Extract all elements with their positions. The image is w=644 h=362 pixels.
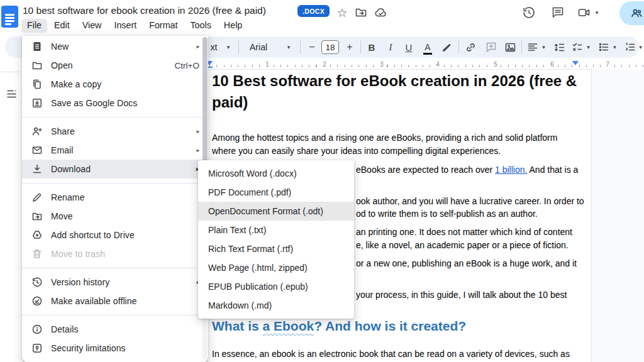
increase-font-size-button[interactable]: + [343, 36, 356, 58]
google-docs-logo[interactable] [1, 6, 18, 28]
doc-fragment-6: or a new one, publishing an eBook is a h… [356, 257, 577, 270]
download-item-docx[interactable]: Microsoft Word (.docx) [198, 164, 354, 183]
submenu-arrow-icon: ► [196, 44, 201, 50]
doc-title-heading: 10 Best software for eBook creation in 2… [212, 70, 582, 113]
image-icon [504, 41, 516, 53]
text-color-button[interactable]: A [420, 36, 435, 58]
open-comments-button[interactable] [550, 4, 566, 21]
doc-paragraph-last: In essence, an ebook is an electronic bo… [212, 348, 570, 361]
download-item-html[interactable]: Web Page (.html, zipped) [198, 258, 354, 277]
download-item-md[interactable]: Markdown (.md) [198, 296, 354, 315]
file-menu-item-make-available-offline[interactable]: Make available offline [22, 292, 208, 310]
bulleted-list-button[interactable] [596, 36, 611, 58]
file-menu-item-open[interactable]: Open Ctrl+O [22, 56, 208, 75]
grammar-suggestion-underline[interactable]: a Ebook [263, 319, 314, 333]
download-item-epub[interactable]: EPUB Publication (.epub) [198, 277, 354, 296]
star-button[interactable]: ☆ [334, 4, 350, 21]
top-bar: 10 best software for ebook creation in 2… [0, 0, 644, 36]
checklist-caret[interactable]: ▾ [584, 36, 592, 58]
menu-scrollbar-thumb[interactable] [203, 37, 208, 177]
menu-bar: File Edit View Insert Format Tools Help [21, 19, 248, 33]
document-outline-button[interactable] [6, 88, 19, 102]
text-color-icon: A [425, 42, 430, 52]
font-family-caret[interactable]: ▾ [284, 36, 293, 58]
chevron-down-icon: ▾ [596, 9, 599, 16]
right-indent-marker[interactable] [572, 61, 579, 65]
download-icon [31, 163, 43, 175]
doc-fragment-1: eBooks are expected to reach over 1 bill… [356, 163, 578, 177]
menu-file[interactable]: File [21, 19, 47, 33]
file-menu-item-details[interactable]: Details [22, 320, 208, 339]
file-menu-item-save-as-google-docs[interactable]: Save as Google Docs [22, 94, 208, 112]
insert-link-button[interactable] [462, 36, 479, 58]
toolbar-divider [458, 41, 459, 53]
menu-insert[interactable]: Insert [108, 19, 142, 33]
menu-format[interactable]: Format [143, 19, 183, 33]
docx-format-badge: .DOCX [297, 5, 330, 17]
file-menu-item-rename[interactable]: Rename [22, 188, 208, 207]
font-family-select[interactable]: Arial [246, 36, 271, 58]
align-caret[interactable]: ▾ [540, 36, 548, 58]
checklist-icon [572, 41, 583, 53]
join-call-button[interactable] [576, 4, 592, 21]
ruler-number-1: 1 [263, 62, 272, 68]
file-menu-item-make-a-copy[interactable]: Make a copy [22, 75, 208, 94]
version-history-icon [31, 277, 43, 288]
file-menu-item-download[interactable]: Download ► [22, 160, 208, 178]
menu-view[interactable]: View [77, 19, 108, 33]
menu-help[interactable]: Help [218, 19, 248, 33]
file-menu-item-version-history[interactable]: Version history ► [22, 273, 208, 292]
line-spacing-button[interactable] [551, 36, 567, 58]
numbered-list-caret[interactable]: ▾ [636, 36, 644, 58]
menu-divider [22, 268, 208, 268]
bulleted-list-caret[interactable]: ▾ [611, 36, 619, 58]
checklist-button[interactable] [570, 36, 585, 58]
italic-button[interactable]: I [383, 36, 398, 58]
offline-pin-icon [31, 295, 43, 307]
chevron-down-icon: ▾ [227, 44, 230, 50]
doc-fragment-5: e, like a novel, an academic paper or a … [356, 239, 569, 252]
submenu-arrow-icon: ► [196, 148, 201, 153]
document-status-button[interactable] [372, 4, 389, 21]
new-document-icon [31, 41, 43, 52]
file-menu-item-security-limitations[interactable]: Security limitations [22, 339, 208, 358]
bold-button[interactable]: B [364, 36, 379, 58]
file-menu-item-add-shortcut-to-drive[interactable]: Add shortcut to Drive [22, 226, 208, 244]
download-item-odt[interactable]: OpenDocument Format (.odt) [198, 202, 354, 221]
align-button[interactable] [525, 36, 540, 58]
paragraph-style-select[interactable]: xt [206, 36, 221, 58]
email-icon [31, 145, 43, 156]
font-size-input[interactable]: 18 [321, 40, 339, 54]
download-item-pdf[interactable]: PDF Document (.pdf) [198, 183, 354, 202]
version-history-button[interactable] [521, 4, 537, 21]
history-icon [522, 6, 536, 19]
file-menu-item-new[interactable]: New ► [22, 37, 208, 56]
ruler-number-2: 2 [320, 62, 329, 68]
move-to-folder-button[interactable] [353, 4, 369, 21]
call-options-dropdown[interactable]: ▾ [592, 4, 601, 21]
add-comment-button[interactable] [483, 36, 499, 58]
video-camera-icon [577, 6, 591, 19]
download-item-rtf[interactable]: Rich Text Format (.rtf) [198, 239, 354, 258]
paragraph-style-caret[interactable]: ▾ [224, 36, 233, 58]
star-icon: ☆ [336, 7, 347, 19]
menu-edit[interactable]: Edit [48, 19, 75, 33]
document-title[interactable]: 10 best software for ebook creation in 2… [23, 5, 266, 16]
underline-button[interactable]: U [401, 36, 416, 58]
insert-image-button[interactable] [502, 36, 518, 58]
menu-divider [22, 315, 208, 315]
download-item-txt[interactable]: Plain Text (.txt) [198, 221, 354, 239]
file-menu-item-move[interactable]: Move [22, 207, 208, 226]
file-menu-item-share[interactable]: Share ► [22, 122, 208, 141]
share-button[interactable] [619, 1, 644, 25]
toolbar-divider [521, 41, 522, 53]
italic-icon: I [389, 42, 392, 53]
decrease-font-size-button[interactable]: − [306, 36, 318, 58]
toolbar-divider [238, 41, 239, 53]
menu-tools[interactable]: Tools [184, 19, 216, 33]
numbered-list-icon [625, 41, 636, 53]
highlight-color-button[interactable] [439, 36, 454, 58]
file-menu-item-email[interactable]: Email ► [22, 141, 208, 160]
numbered-list-button[interactable] [623, 36, 638, 58]
doc-link-1-billion[interactable]: 1 billion. [495, 165, 527, 175]
